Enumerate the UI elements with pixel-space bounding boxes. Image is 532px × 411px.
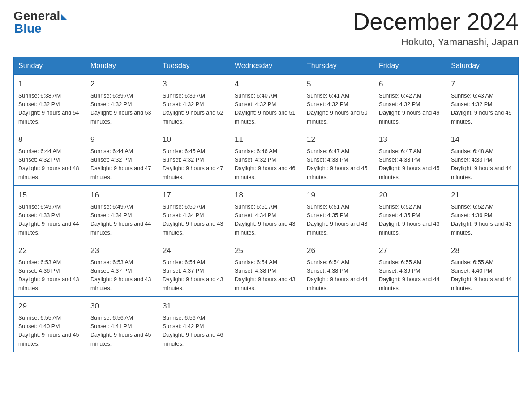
daylight-label: Daylight: 9 hours and 44 minutes. [18,221,79,235]
daylight-label: Daylight: 9 hours and 44 minutes. [90,221,151,235]
day-number: 2 [90,78,153,90]
weekday-header-saturday: Saturday [446,57,519,75]
sunrise-label: Sunrise: 6:41 AM [307,93,349,99]
calendar-day-cell: 19 Sunrise: 6:51 AM Sunset: 4:35 PM Dayl… [302,186,374,241]
day-number: 9 [90,134,153,146]
sunrise-label: Sunrise: 6:53 AM [90,259,133,265]
calendar-day-cell [230,297,302,352]
sunset-label: Sunset: 4:35 PM [379,212,420,218]
sunrise-label: Sunrise: 6:55 AM [451,259,493,265]
calendar-day-cell: 14 Sunrise: 6:48 AM Sunset: 4:33 PM Dayl… [446,130,519,186]
sunset-label: Sunset: 4:38 PM [307,268,348,274]
calendar-day-cell [446,297,519,352]
daylight-label: Daylight: 9 hours and 43 minutes. [163,276,223,291]
weekday-row: SundayMondayTuesdayWednesdayThursdayFrid… [14,57,519,75]
day-number: 25 [235,245,297,257]
sunrise-label: Sunrise: 6:42 AM [379,93,421,99]
location-subtitle: Hokuto, Yamanashi, Japan [353,36,519,48]
calendar-day-cell: 21 Sunrise: 6:52 AM Sunset: 4:36 PM Dayl… [446,186,519,241]
calendar-day-cell: 16 Sunrise: 6:49 AM Sunset: 4:34 PM Dayl… [86,186,158,241]
logo-blue-text: Blue [14,21,42,36]
daylight-label: Daylight: 9 hours and 46 minutes. [235,165,296,180]
day-number: 30 [90,300,153,312]
day-number: 13 [379,134,442,146]
calendar-day-cell: 4 Sunrise: 6:40 AM Sunset: 4:32 PM Dayli… [230,75,302,130]
sunrise-label: Sunrise: 6:45 AM [163,148,205,154]
day-number: 28 [451,245,514,257]
calendar-week-row: 15 Sunrise: 6:49 AM Sunset: 4:33 PM Dayl… [14,186,519,241]
daylight-label: Daylight: 9 hours and 53 minutes. [90,110,151,124]
calendar-day-cell: 17 Sunrise: 6:50 AM Sunset: 4:34 PM Dayl… [158,186,230,241]
day-number: 11 [235,134,297,146]
calendar-day-cell: 15 Sunrise: 6:49 AM Sunset: 4:33 PM Dayl… [14,186,86,241]
day-info: Sunrise: 6:44 AM Sunset: 4:32 PM Dayligh… [90,147,153,182]
sunset-label: Sunset: 4:33 PM [307,157,348,163]
daylight-label: Daylight: 9 hours and 45 minutes. [307,165,368,180]
daylight-label: Daylight: 9 hours and 45 minutes. [90,332,151,347]
calendar-day-cell: 5 Sunrise: 6:41 AM Sunset: 4:32 PM Dayli… [302,75,374,130]
sunset-label: Sunset: 4:33 PM [379,157,420,163]
day-info: Sunrise: 6:47 AM Sunset: 4:33 PM Dayligh… [379,147,442,182]
sunset-label: Sunset: 4:40 PM [451,268,492,274]
title-area: December 2024 Hokuto, Yamanashi, Japan [353,9,519,48]
sunrise-label: Sunrise: 6:47 AM [307,148,349,154]
weekday-header-wednesday: Wednesday [230,57,302,75]
calendar-week-row: 1 Sunrise: 6:38 AM Sunset: 4:32 PM Dayli… [14,75,519,130]
daylight-label: Daylight: 9 hours and 43 minutes. [18,276,79,291]
calendar-week-row: 22 Sunrise: 6:53 AM Sunset: 4:36 PM Dayl… [14,241,519,297]
day-number: 1 [18,78,81,90]
logo-arrow-icon [61,14,67,20]
day-number: 6 [379,78,442,90]
calendar-day-cell: 6 Sunrise: 6:42 AM Sunset: 4:32 PM Dayli… [374,75,446,130]
sunrise-label: Sunrise: 6:51 AM [307,204,349,210]
day-info: Sunrise: 6:41 AM Sunset: 4:32 PM Dayligh… [307,92,369,127]
day-info: Sunrise: 6:49 AM Sunset: 4:34 PM Dayligh… [90,203,153,238]
daylight-label: Daylight: 9 hours and 52 minutes. [163,110,223,124]
calendar-day-cell: 24 Sunrise: 6:54 AM Sunset: 4:37 PM Dayl… [158,241,230,297]
calendar-day-cell: 7 Sunrise: 6:43 AM Sunset: 4:32 PM Dayli… [446,75,519,130]
sunrise-label: Sunrise: 6:52 AM [379,204,421,210]
day-info: Sunrise: 6:55 AM Sunset: 4:39 PM Dayligh… [379,258,442,293]
calendar-day-cell: 9 Sunrise: 6:44 AM Sunset: 4:32 PM Dayli… [86,130,158,186]
month-title: December 2024 [353,9,519,34]
sunrise-label: Sunrise: 6:54 AM [307,259,349,265]
calendar-body: 1 Sunrise: 6:38 AM Sunset: 4:32 PM Dayli… [14,75,519,352]
daylight-label: Daylight: 9 hours and 44 minutes. [379,276,440,291]
day-info: Sunrise: 6:51 AM Sunset: 4:34 PM Dayligh… [235,203,297,238]
calendar-day-cell: 11 Sunrise: 6:46 AM Sunset: 4:32 PM Dayl… [230,130,302,186]
sunrise-label: Sunrise: 6:50 AM [163,204,205,210]
day-number: 18 [235,189,297,201]
daylight-label: Daylight: 9 hours and 43 minutes. [90,276,151,291]
day-number: 10 [163,134,225,146]
day-number: 12 [307,134,369,146]
calendar-day-cell: 30 Sunrise: 6:56 AM Sunset: 4:41 PM Dayl… [86,297,158,352]
weekday-header-friday: Friday [374,57,446,75]
daylight-label: Daylight: 9 hours and 44 minutes. [451,165,512,180]
calendar-day-cell [302,297,374,352]
sunset-label: Sunset: 4:32 PM [379,101,420,107]
calendar-day-cell: 23 Sunrise: 6:53 AM Sunset: 4:37 PM Dayl… [86,241,158,297]
daylight-label: Daylight: 9 hours and 43 minutes. [235,276,296,291]
sunrise-label: Sunrise: 6:39 AM [90,93,133,99]
sunset-label: Sunset: 4:39 PM [379,268,420,274]
day-number: 24 [163,245,225,257]
sunrise-label: Sunrise: 6:54 AM [163,259,205,265]
daylight-label: Daylight: 9 hours and 45 minutes. [18,332,79,347]
calendar-day-cell: 1 Sunrise: 6:38 AM Sunset: 4:32 PM Dayli… [14,75,86,130]
day-info: Sunrise: 6:53 AM Sunset: 4:36 PM Dayligh… [18,258,81,293]
sunrise-label: Sunrise: 6:55 AM [18,315,61,321]
page-header: General Blue December 2024 Hokuto, Yaman… [13,9,519,48]
day-number: 5 [307,78,369,90]
logo: General Blue [13,9,67,36]
sunrise-label: Sunrise: 6:49 AM [18,204,61,210]
sunrise-label: Sunrise: 6:46 AM [235,148,277,154]
weekday-header-sunday: Sunday [14,57,86,75]
daylight-label: Daylight: 9 hours and 47 minutes. [163,165,223,180]
calendar-day-cell: 26 Sunrise: 6:54 AM Sunset: 4:38 PM Dayl… [302,241,374,297]
sunrise-label: Sunrise: 6:44 AM [18,148,61,154]
daylight-label: Daylight: 9 hours and 43 minutes. [451,221,512,235]
sunset-label: Sunset: 4:32 PM [90,101,132,107]
sunset-label: Sunset: 4:38 PM [235,268,276,274]
sunset-label: Sunset: 4:34 PM [90,212,132,218]
sunset-label: Sunset: 4:40 PM [18,323,60,330]
